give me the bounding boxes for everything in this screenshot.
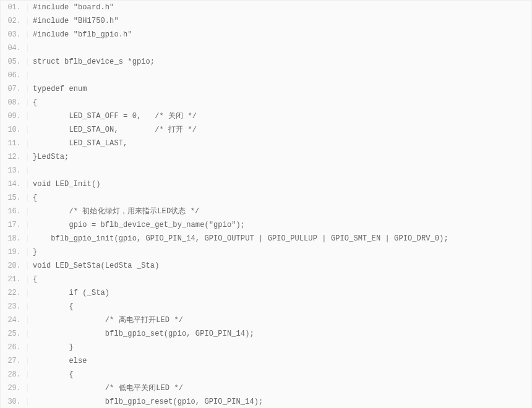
line-number: 20. bbox=[1, 262, 28, 270]
line-number: 10. bbox=[1, 126, 28, 134]
line-number: 26. bbox=[1, 344, 28, 351]
code-line: 04. bbox=[1, 41, 531, 55]
line-code: LED_STA_LAST, bbox=[28, 140, 127, 147]
code-line: 25. bflb_gpio_set(gpio, GPIO_PIN_14); bbox=[1, 327, 531, 341]
code-line: 16. /* 初始化绿灯，用来指示LED状态 */ bbox=[1, 205, 531, 218]
line-code: struct bflb_device_s *gpio; bbox=[28, 58, 155, 66]
line-code: bflb_gpio_set(gpio, GPIO_PIN_14); bbox=[28, 330, 254, 338]
line-number: 09. bbox=[1, 113, 28, 120]
line-number: 23. bbox=[1, 303, 28, 310]
line-code: { bbox=[28, 303, 74, 310]
code-line: 21.{ bbox=[1, 273, 531, 286]
line-number: 14. bbox=[1, 181, 28, 188]
line-number: 15. bbox=[1, 194, 28, 202]
code-line: 14.void LED_Init() bbox=[1, 177, 531, 191]
line-number: 22. bbox=[1, 289, 28, 297]
code-line: 27. else bbox=[1, 354, 531, 368]
line-number: 29. bbox=[1, 385, 28, 392]
line-code: LED_STA_OFF = 0, /* 关闭 */ bbox=[28, 113, 197, 120]
code-line: 22. if (_Sta) bbox=[1, 286, 531, 300]
line-code: bflb_gpio_init(gpio, GPIO_PIN_14, GPIO_O… bbox=[28, 235, 448, 242]
code-line: 11. LED_STA_LAST, bbox=[1, 137, 531, 150]
line-number: 01. bbox=[1, 4, 28, 11]
line-code: bflb_gpio_reset(gpio, GPIO_PIN_14); bbox=[28, 398, 263, 406]
line-number: 27. bbox=[1, 357, 28, 365]
line-number: 18. bbox=[1, 235, 28, 242]
line-code: { bbox=[28, 99, 37, 106]
code-line: 19.} bbox=[1, 245, 531, 259]
code-line: 30. bflb_gpio_reset(gpio, GPIO_PIN_14); bbox=[1, 395, 531, 408]
line-code: LED_STA_ON, /* 打开 */ bbox=[28, 126, 197, 134]
line-number: 07. bbox=[1, 85, 28, 93]
code-line: 29. /* 低电平关闭LED */ bbox=[1, 381, 531, 395]
line-number: 25. bbox=[1, 330, 28, 338]
code-line: 09. LED_STA_OFF = 0, /* 关闭 */ bbox=[1, 109, 531, 123]
code-line: 01.#include "board.h" bbox=[1, 1, 531, 14]
line-code: typedef enum bbox=[28, 85, 87, 93]
line-number: 13. bbox=[1, 167, 28, 174]
line-number: 04. bbox=[1, 45, 28, 52]
line-code: /* 高电平打开LED */ bbox=[28, 317, 183, 324]
line-number: 08. bbox=[1, 99, 28, 106]
code-line: 26. } bbox=[1, 341, 531, 354]
line-code: #include "bflb_gpio.h" bbox=[28, 31, 132, 38]
code-line: 08.{ bbox=[1, 96, 531, 109]
line-number: 28. bbox=[1, 371, 28, 378]
line-code: /* 低电平关闭LED */ bbox=[28, 385, 183, 392]
line-number: 03. bbox=[1, 31, 28, 38]
code-line: 24. /* 高电平打开LED */ bbox=[1, 313, 531, 327]
line-code: void LED_SetSta(LedSta _Sta) bbox=[28, 262, 159, 270]
line-code: /* 初始化绿灯，用来指示LED状态 */ bbox=[28, 208, 199, 215]
code-line: 15.{ bbox=[1, 191, 531, 205]
line-number: 12. bbox=[1, 153, 28, 161]
code-line: 17. gpio = bflb_device_get_by_name("gpio… bbox=[1, 218, 531, 232]
line-code: if (_Sta) bbox=[28, 289, 109, 297]
line-code: #include "board.h" bbox=[28, 4, 114, 11]
line-code: void LED_Init() bbox=[28, 181, 101, 188]
line-code: else bbox=[28, 357, 87, 365]
line-number: 24. bbox=[1, 317, 28, 324]
code-line: 28. { bbox=[1, 368, 531, 381]
line-code: } bbox=[28, 249, 37, 256]
code-line: 02.#include "BH1750.h" bbox=[1, 14, 531, 28]
code-line: 07.typedef enum bbox=[1, 82, 531, 96]
line-code: #include "BH1750.h" bbox=[28, 17, 119, 25]
code-line: 06. bbox=[1, 69, 531, 82]
line-code: } bbox=[28, 344, 74, 351]
code-line: 12.}LedSta; bbox=[1, 150, 531, 164]
line-number: 05. bbox=[1, 58, 28, 66]
code-line: 10. LED_STA_ON, /* 打开 */ bbox=[1, 123, 531, 137]
line-number: 02. bbox=[1, 17, 28, 25]
line-code: { bbox=[28, 276, 37, 283]
line-number: 17. bbox=[1, 221, 28, 229]
code-line: 05.struct bflb_device_s *gpio; bbox=[1, 55, 531, 69]
code-line: 13. bbox=[1, 164, 531, 177]
code-line: 23. { bbox=[1, 300, 531, 313]
line-number: 16. bbox=[1, 208, 28, 215]
line-code: gpio = bflb_device_get_by_name("gpio"); bbox=[28, 221, 245, 229]
code-line: 18. bflb_gpio_init(gpio, GPIO_PIN_14, GP… bbox=[1, 232, 531, 245]
line-number: 06. bbox=[1, 72, 28, 79]
line-code: }LedSta; bbox=[28, 153, 69, 161]
line-number: 21. bbox=[1, 276, 28, 283]
line-code: { bbox=[28, 371, 74, 378]
code-line: 20.void LED_SetSta(LedSta _Sta) bbox=[1, 259, 531, 273]
code-line: 03.#include "bflb_gpio.h" bbox=[1, 28, 531, 41]
code-block: 01.#include "board.h"02.#include "BH1750… bbox=[0, 0, 532, 408]
line-number: 30. bbox=[1, 398, 28, 406]
line-code: { bbox=[28, 194, 37, 202]
line-number: 11. bbox=[1, 140, 28, 147]
line-number: 19. bbox=[1, 249, 28, 256]
